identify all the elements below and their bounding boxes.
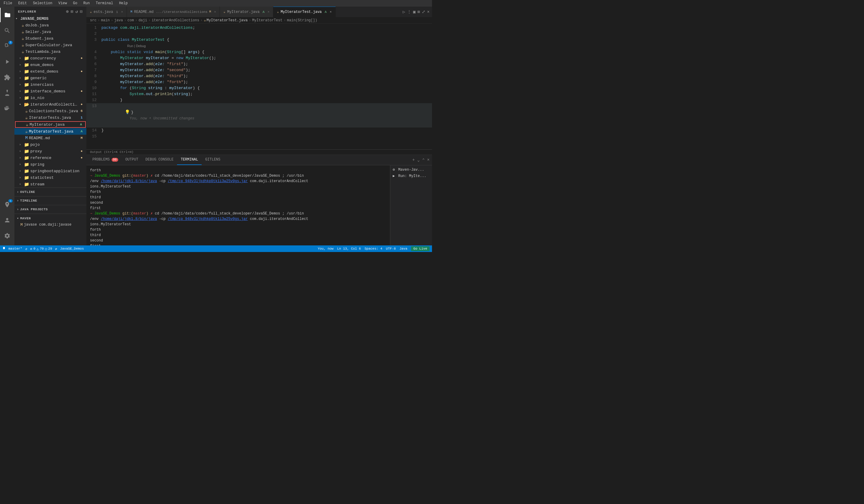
status-encoding[interactable]: UTF-8 [386, 247, 396, 251]
list-item[interactable]: › 📁 statictest [14, 174, 86, 181]
menu-view[interactable]: View [57, 1, 68, 5]
menu-selection[interactable]: Selection [32, 1, 54, 5]
menu-go[interactable]: Go [72, 1, 78, 5]
list-item[interactable]: ☕ MyIterator.java A [15, 121, 86, 128]
status-sync[interactable]: ↺ [25, 247, 27, 251]
list-item[interactable]: ▾ 📂 iteratorAndCollections ● [14, 101, 86, 108]
bc-java[interactable]: java [114, 18, 123, 23]
list-item[interactable]: › 📁 extend_demos ● [14, 68, 86, 75]
bc-main[interactable]: main [101, 18, 110, 23]
list-item[interactable]: › 📁 springbootapplication [14, 168, 86, 174]
new-file-icon[interactable]: ⊕ [66, 9, 69, 14]
tab-readme[interactable]: M README.md .../iteratorAndCollections M… [127, 7, 220, 17]
toggle-panel-icon[interactable]: ▣ [413, 9, 416, 14]
go-live-button[interactable]: Go Live [411, 246, 430, 251]
activity-run[interactable] [0, 55, 14, 69]
tab-close[interactable]: × [267, 10, 270, 14]
run-debug-inline[interactable]: Run | Debug [127, 44, 146, 48]
split-editor-icon[interactable]: ▷ [403, 9, 405, 14]
new-folder-icon[interactable]: ⊞ [71, 9, 73, 14]
split-terminal-icon[interactable]: ⌄ [417, 157, 420, 163]
close-panel-icon[interactable]: × [427, 10, 430, 14]
list-item[interactable]: › 📁 enum_demos [14, 61, 86, 68]
customize-layout-icon[interactable]: ⊞ [417, 9, 420, 14]
activity-explorer[interactable] [0, 8, 14, 22]
tree-root[interactable]: ▾ JAVASE_DEMOS [14, 15, 86, 22]
menu-file[interactable]: File [2, 1, 13, 5]
list-item[interactable]: ☕ CollectionsTests.java 6 [14, 108, 86, 114]
activity-extensions[interactable] [0, 70, 14, 85]
outline-header[interactable]: › OUTLINE [14, 189, 86, 195]
list-item[interactable]: › 📁 spring [14, 161, 86, 168]
maven-header[interactable]: ▾ MAVEN [14, 215, 86, 221]
tab-terminal[interactable]: TERMINAL [177, 155, 202, 165]
bc-daji[interactable]: daji [139, 18, 147, 23]
activity-account[interactable] [0, 213, 14, 227]
list-item[interactable]: › 📁 pojo [14, 141, 86, 148]
activity-settings[interactable] [0, 229, 14, 243]
list-item[interactable]: ☕ IteratorTests.java 1 [14, 114, 86, 121]
list-item[interactable]: M README.md M [14, 135, 86, 141]
bc-method[interactable]: main(String[]) [287, 18, 317, 23]
status-sync2[interactable]: ⇄ [55, 247, 57, 251]
list-item[interactable]: › 📁 proxy ● [14, 148, 86, 155]
tab-myiteratortest[interactable]: ☕ MyIteratorTest.java A × [273, 7, 335, 17]
list-item[interactable]: ☕ Seller.java [14, 28, 86, 35]
collapse-all-icon[interactable]: ⊟ [80, 9, 83, 14]
status-spaces[interactable]: Spaces: 4 [364, 247, 382, 251]
list-item[interactable]: › 📁 io_nio [14, 95, 86, 101]
bc-iteratorandcollections[interactable]: iteratorAndCollections [152, 18, 199, 23]
terminal-side-item[interactable]: ⚙ Maven-Jav... [390, 167, 432, 173]
tab-myiterator[interactable]: ☕ MyIterator.java A × [220, 7, 273, 17]
tab-gitlens[interactable]: GITLENS [202, 155, 224, 165]
status-language[interactable]: Java [399, 247, 407, 251]
list-item[interactable]: › 📁 stream [14, 181, 86, 188]
list-item[interactable]: ☕ doJob.java [14, 22, 86, 28]
activity-source-control[interactable]: 3 [0, 39, 14, 53]
activity-search[interactable] [0, 23, 14, 38]
list-item[interactable]: › 📁 interface_demos ● [14, 88, 86, 95]
menu-run[interactable]: Run [82, 1, 91, 5]
status-position[interactable]: Ln 13, Col 6 [337, 247, 361, 251]
tab-close[interactable]: × [121, 10, 123, 14]
tab-close[interactable]: × [330, 10, 332, 14]
activity-remote[interactable]: 1 [0, 197, 14, 212]
more-actions-icon[interactable]: ⋮ [407, 9, 411, 14]
terminal-content[interactable]: forth → JavaSE_Demos git:(master) ✗ cd /… [86, 165, 390, 245]
tab-iteratortests[interactable]: ☕ ests.java 1 × [86, 7, 127, 17]
status-project[interactable]: JavaSE_Demos [60, 247, 84, 251]
list-item[interactable]: ☕ Student.java [14, 35, 86, 42]
menu-terminal[interactable]: Terminal [95, 1, 114, 5]
maven-item[interactable]: M javase com.daji:javase [14, 221, 86, 228]
list-item[interactable]: ☕ TestLambda.java [14, 48, 86, 55]
maximize-icon[interactable]: ⤢ [422, 9, 425, 14]
tab-close[interactable]: × [214, 10, 216, 14]
menu-edit[interactable]: Edit [17, 1, 28, 5]
lightbulb-icon[interactable]: 💡 [125, 110, 130, 115]
tab-debug-console[interactable]: DEBUG CONSOLE [142, 155, 177, 165]
java-projects-header[interactable]: › JAVA PROJECTS [14, 206, 86, 213]
close-terminal-icon[interactable]: × [427, 157, 430, 162]
list-item[interactable]: › 📁 concurrency ● [14, 55, 86, 61]
add-terminal-icon[interactable]: + [412, 157, 415, 162]
activity-test[interactable] [0, 86, 14, 100]
menu-help[interactable]: Help [118, 1, 129, 5]
code-editor[interactable]: 1 package com.daji.iteratorAndCollection… [86, 24, 432, 149]
tab-problems[interactable]: PROBLEMS 99 [89, 155, 122, 165]
list-item[interactable]: › 📁 generic [14, 75, 86, 81]
activity-docker[interactable] [0, 101, 14, 116]
maximize-terminal-icon[interactable]: ⌃ [422, 157, 424, 163]
list-item[interactable]: ☕ SuperCalculator.java [14, 42, 86, 48]
tab-output[interactable]: OUTPUT [122, 155, 142, 165]
status-git-branch[interactable]: master* [2, 247, 22, 251]
bc-file[interactable]: ☕MyIteratorTest.java [204, 18, 248, 23]
terminal-side-item[interactable]: ▶ Run: MyIte... [390, 173, 432, 179]
list-item[interactable]: › 📁 reference ● [14, 155, 86, 161]
bc-com[interactable]: com [128, 18, 134, 23]
timeline-header[interactable]: › TIMELINE [14, 198, 86, 204]
list-item[interactable]: › 📁 innerclass [14, 81, 86, 88]
refresh-icon[interactable]: ↺ [75, 9, 78, 14]
bc-src[interactable]: src [90, 18, 97, 23]
list-item[interactable]: ☕ MyIteratorTest.java A [14, 128, 86, 135]
status-errors[interactable]: ⊘ 0 △ 70 ◯ 29 [30, 247, 52, 251]
